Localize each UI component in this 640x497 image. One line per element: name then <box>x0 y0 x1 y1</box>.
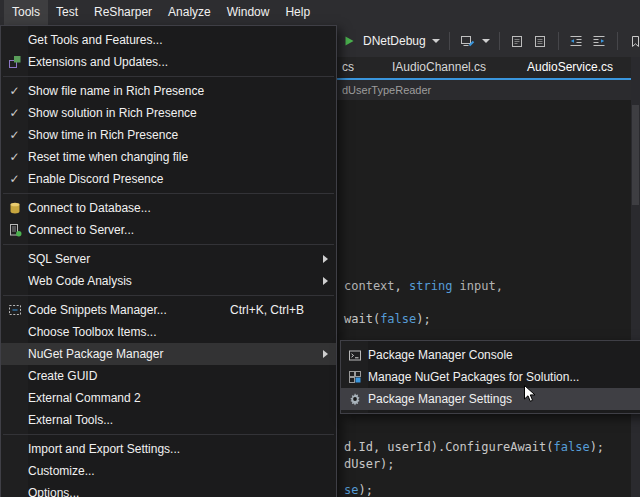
menu-item-import-and-export-settings[interactable]: Import and Export Settings... <box>1 438 336 460</box>
menu-item-nuget-package-manager[interactable]: NuGet Package Manager <box>1 343 336 365</box>
start-debugging-icon[interactable] <box>340 32 357 50</box>
tab-audioservice-cs[interactable]: AudioService.cs <box>527 57 613 78</box>
menu-item-label: Choose Toolbox Items... <box>28 325 318 339</box>
scrollbar-thumb[interactable] <box>632 105 639 205</box>
menu-item-external-command-2[interactable]: External Command 2 <box>1 387 336 409</box>
menu-item-label: Web Code Analysis <box>28 274 318 288</box>
menu-item-external-tools[interactable]: External Tools... <box>1 409 336 431</box>
standard-toolbar-items: DNetDebug <box>340 25 640 57</box>
menu-item-code-snippets-manager[interactable]: Code Snippets Manager...Ctrl+K, Ctrl+B <box>1 299 336 321</box>
vertical-scrollbar[interactable] <box>631 57 640 497</box>
code-line-4: dUser); <box>344 457 395 471</box>
mouse-cursor <box>523 384 536 406</box>
menu-item-connect-to-database[interactable]: Connect to Database... <box>1 197 336 219</box>
submenu-arrow-icon <box>318 255 328 263</box>
menu-item-sql-server[interactable]: SQL Server <box>1 248 336 270</box>
menu-item-options[interactable]: Options... <box>1 482 336 497</box>
menu-item-label: Manage NuGet Packages for Solution... <box>368 370 629 384</box>
menu-item-manage-nuget-packages-for-solution[interactable]: Manage NuGet Packages for Solution... <box>341 366 640 388</box>
menubar-item-window[interactable]: Window <box>219 0 278 25</box>
menubar-item-resharper[interactable]: ReSharper <box>86 0 160 25</box>
menu-item-label: Package Manager Console <box>368 348 629 362</box>
menu-item-label: Code Snippets Manager... <box>28 303 210 317</box>
menu-item-customize[interactable]: Customize... <box>1 460 336 482</box>
menu-item-label: Customize... <box>28 464 318 478</box>
menu-separator <box>3 434 334 435</box>
menu-gutter <box>1 438 28 460</box>
toolbar-separator <box>499 32 500 50</box>
menu-gutter <box>1 343 28 365</box>
menu-gutter <box>1 482 28 497</box>
code-snippets-icon <box>1 299 28 321</box>
menu-item-label: External Tools... <box>28 413 318 427</box>
checkmark-icon: ✓ <box>1 146 28 168</box>
menu-item-label: Package Manager Settings <box>368 392 629 406</box>
menubar-item-tools[interactable]: Tools <box>4 0 48 25</box>
menu-gutter <box>1 321 28 343</box>
menubar-item-test[interactable]: Test <box>48 0 86 25</box>
menu-item-show-time-in-rich-presence[interactable]: ✓Show time in Rich Presence <box>1 124 336 146</box>
visual-studio-window: context, string input,wait(false);d.Id, … <box>0 0 640 497</box>
menu-item-label: Reset time when changing file <box>28 150 318 164</box>
menu-item-package-manager-console[interactable]: Package Manager Console <box>341 344 640 366</box>
code-line-2: wait(false); <box>344 312 431 326</box>
menu-separator <box>3 193 334 194</box>
toolbar-separator <box>449 32 450 50</box>
navigate-forward-icon[interactable] <box>532 32 549 50</box>
attach-caret[interactable] <box>482 39 490 43</box>
menu-separator <box>3 244 334 245</box>
menu-separator <box>3 76 334 77</box>
tab-iaudiochannel-cs[interactable]: IAudioChannel.cs <box>392 57 486 78</box>
bookmark-icon[interactable] <box>627 32 640 50</box>
connect-server-icon <box>1 219 28 241</box>
menu-item-enable-discord-presence[interactable]: ✓Enable Discord Presence <box>1 168 336 190</box>
menu-item-show-file-name-in-rich-presence[interactable]: ✓Show file name in Rich Presence <box>1 80 336 102</box>
debug-target-label[interactable]: DNetDebug <box>363 34 426 48</box>
menu-gutter <box>1 29 28 51</box>
menu-item-label: NuGet Package Manager <box>28 347 318 361</box>
checkmark-icon: ✓ <box>1 102 28 124</box>
menu-item-shortcut: Ctrl+K, Ctrl+B <box>230 303 304 317</box>
menu-gutter <box>1 365 28 387</box>
menu-bar: ToolsTestReSharperAnalyzeWindowHelp <box>0 0 640 25</box>
menu-item-reset-time-when-changing-file[interactable]: ✓Reset time when changing file <box>1 146 336 168</box>
menu-gutter <box>1 409 28 431</box>
menu-item-label: SQL Server <box>28 252 318 266</box>
code-line-5: se); <box>344 483 373 497</box>
menu-item-label: Extensions and Updates... <box>28 55 318 69</box>
menu-separator <box>3 295 334 296</box>
menu-gutter <box>1 248 28 270</box>
indent-decrease-icon[interactable] <box>568 32 585 50</box>
menu-item-choose-toolbox-items[interactable]: Choose Toolbox Items... <box>1 321 336 343</box>
gear-icon <box>341 388 368 410</box>
nuget-submenu: Package Manager ConsoleManage NuGet Pack… <box>340 340 640 414</box>
menu-item-package-manager-settings[interactable]: Package Manager Settings <box>341 388 640 410</box>
menu-item-show-solution-in-rich-presence[interactable]: ✓Show solution in Rich Presence <box>1 102 336 124</box>
manage-nuget-packages-icon <box>341 366 368 388</box>
menu-item-label: Show file name in Rich Presence <box>28 84 318 98</box>
menu-item-extensions-and-updates[interactable]: Extensions and Updates... <box>1 51 336 73</box>
menu-item-label: Import and Export Settings... <box>28 442 318 456</box>
indent-increase-icon[interactable] <box>591 32 608 50</box>
checkmark-icon: ✓ <box>1 80 28 102</box>
menu-item-connect-to-server[interactable]: Connect to Server... <box>1 219 336 241</box>
menu-item-create-guid[interactable]: Create GUID <box>1 365 336 387</box>
attach-to-process-icon[interactable] <box>459 32 476 50</box>
debug-target-caret[interactable] <box>432 39 440 43</box>
menu-item-label: Connect to Database... <box>28 201 318 215</box>
menu-gutter <box>1 460 28 482</box>
menubar-item-analyze[interactable]: Analyze <box>160 0 219 25</box>
menu-item-get-tools-and-features[interactable]: Get Tools and Features... <box>1 29 336 51</box>
extensions-icon <box>1 51 28 73</box>
menu-item-label: Connect to Server... <box>28 223 318 237</box>
checkmark-icon: ✓ <box>1 124 28 146</box>
menu-item-web-code-analysis[interactable]: Web Code Analysis <box>1 270 336 292</box>
submenu-arrow-icon <box>318 277 328 285</box>
tab-cs[interactable]: cs <box>342 57 354 78</box>
submenu-arrow-icon <box>318 350 328 358</box>
menu-item-label: External Command 2 <box>28 391 318 405</box>
navigate-backward-icon[interactable] <box>509 32 526 50</box>
toolbar-separator <box>617 32 618 50</box>
menubar-item-help[interactable]: Help <box>277 0 318 25</box>
breadcrumb[interactable]: dUserTypeReader <box>342 84 431 96</box>
